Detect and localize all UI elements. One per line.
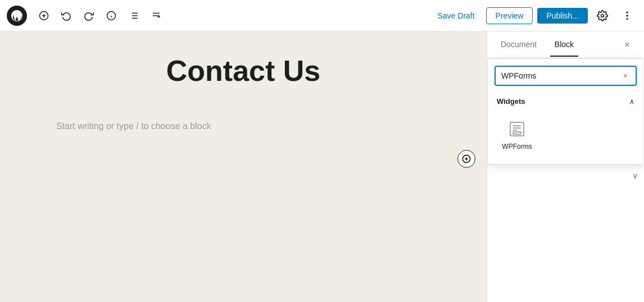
widgets-header[interactable]: Widgets ∧ (488, 93, 643, 110)
toolbar-left (7, 6, 166, 26)
settings-button[interactable] (592, 6, 613, 26)
tab-block[interactable]: Block (550, 33, 578, 57)
sidebar: Document Block × ¶ Paragraph Start with … (487, 31, 644, 302)
tab-document[interactable]: Document (496, 33, 541, 57)
picker-clear-button[interactable]: × (621, 70, 630, 81)
add-icon (39, 11, 49, 21)
info-icon (106, 11, 116, 21)
more-icon (622, 10, 633, 21)
svg-rect-25 (513, 132, 521, 134)
tools-icon (151, 11, 161, 21)
list-view-button[interactable] (124, 6, 144, 26)
redo-button[interactable] (79, 6, 99, 26)
undo-icon (61, 11, 71, 21)
sidebar-tabs: Document Block × (487, 31, 644, 58)
sidebar-close-button[interactable]: × (619, 37, 635, 53)
editor-canvas: Contact Us Start writing or type / to ch… (0, 31, 487, 302)
toolbar: Save Draft Preview Publish... (0, 0, 644, 31)
inline-add-block-button[interactable] (457, 150, 475, 168)
info-button[interactable] (101, 6, 121, 26)
svg-point-14 (601, 14, 604, 17)
wpforms-widget-icon (507, 119, 527, 139)
widgets-title: Widgets (497, 97, 525, 106)
tools-button[interactable] (146, 6, 166, 26)
settings-icon (597, 10, 608, 21)
publish-button[interactable]: Publish... (537, 8, 588, 24)
placeholder-text[interactable]: Start writing or type / to choose a bloc… (56, 121, 211, 131)
preview-button[interactable]: Preview (486, 7, 533, 24)
wpforms-widget-item[interactable]: WPForms (497, 115, 537, 155)
widgets-chevron-icon: ∧ (629, 98, 634, 106)
svg-point-15 (627, 12, 628, 13)
page-title: Contact Us (166, 54, 320, 88)
add-block-button[interactable] (34, 6, 54, 26)
redo-icon (84, 11, 94, 21)
wp-logo-icon (11, 10, 22, 21)
block-search-input[interactable] (501, 71, 621, 80)
wpforms-widget-label: WPForms (502, 143, 532, 150)
inline-add-icon (462, 154, 471, 163)
block-picker: × Widgets ∧ (487, 58, 644, 164)
svg-point-17 (627, 19, 628, 20)
more-options-button[interactable] (617, 6, 637, 26)
block-picker-search: × (495, 66, 637, 86)
toolbar-right: Save Draft Preview Publish... (430, 6, 637, 26)
widget-items: WPForms (488, 110, 643, 164)
wp-logo[interactable] (7, 6, 27, 26)
svg-point-16 (627, 15, 628, 16)
sidebar-expand-down-button[interactable]: ∨ (628, 169, 642, 182)
undo-button[interactable] (56, 6, 76, 26)
main-area: Contact Us Start writing or type / to ch… (0, 31, 644, 302)
save-draft-button[interactable]: Save Draft (430, 8, 481, 24)
list-view-icon (129, 11, 139, 21)
